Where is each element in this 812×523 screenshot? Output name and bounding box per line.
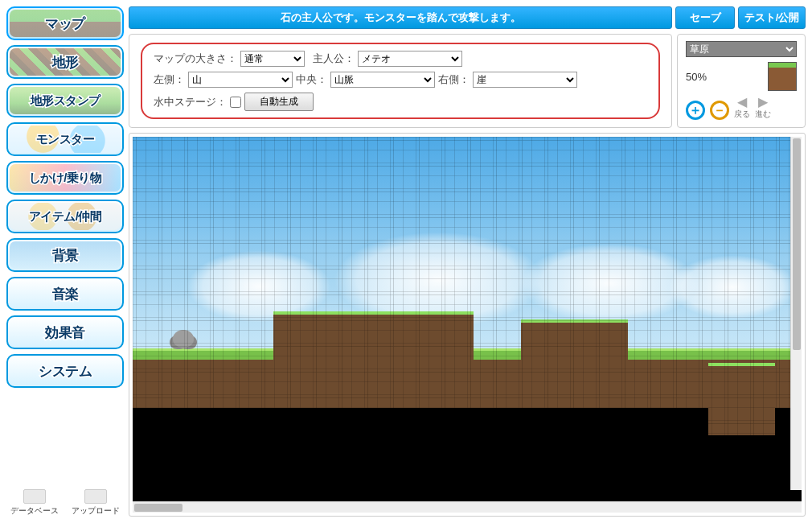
canvas-wrap [129,133,806,517]
sidebar-item-item[interactable]: アイテム/仲間 [6,200,124,233]
right-select[interactable]: 崖 [473,72,577,88]
config-highlight: マップの大きさ： 通常 主人公： メテオ 左側： 山 [141,43,660,119]
sidebar-item-label: 音楽 [52,285,79,303]
arrow-right-icon: ▶ [758,96,768,109]
hero-label: 主人公： [313,51,355,66]
tileset-select[interactable]: 草原 [686,41,797,57]
sidebar-item-label: システム [39,362,92,381]
vertical-scrollbar[interactable] [790,137,802,490]
config-panel: マップの大きさ： 通常 主人公： メテオ 左側： 山 [129,34,672,128]
redo-button[interactable]: ▶ 進む [755,96,771,120]
info-message: 石の主人公です。モンスターを踏んで攻撃します。 [129,6,672,29]
database-button[interactable]: データベース [6,489,63,517]
scroll-thumb[interactable] [134,504,182,512]
terrain-hill [521,319,628,376]
sidebar: マップ 地形 地形スタンプ モンスター しかけ/乗り物 アイテム/仲間 背景 音… [0,0,129,523]
left-select[interactable]: 山 [188,72,293,88]
config-line-3: 水中ステージ： 自動生成 [154,93,647,111]
map-canvas[interactable] [133,137,802,501]
upload-button[interactable]: アップロード [68,489,124,517]
upload-icon [84,489,107,504]
main: 石の主人公です。モンスターを踏んで攻撃します。 セーブ テスト/公開 マップの大… [129,0,812,523]
sidebar-item-monster[interactable]: モンスター [6,122,124,156]
sidebar-item-music[interactable]: 音楽 [6,277,124,311]
book-icon [23,489,46,504]
horizontal-scrollbar[interactable] [133,501,802,513]
sidebar-item-gimmick[interactable]: しかけ/乗り物 [6,161,124,195]
hero-select[interactable]: メテオ [358,51,462,67]
sidebar-item-label: 地形スタンプ [31,93,100,109]
zoom-in-icon[interactable]: ＋ [686,101,705,120]
terrain-cliff [708,363,775,435]
sidebar-item-terrain[interactable]: 地形 [6,45,124,79]
label: セーブ [690,10,721,25]
terrain-hill [273,311,474,376]
map-size-label: マップの大きさ： [154,51,237,66]
sidebar-item-map[interactable]: マップ [6,6,124,40]
sidebar-item-bg[interactable]: 背景 [6,238,124,272]
sidebar-item-stamp[interactable]: 地形スタンプ [6,84,124,117]
sidebar-item-label: アイテム/仲間 [29,209,102,224]
label: データベース [10,505,59,517]
player-sprite [173,330,194,348]
sidebar-item-label: 背景 [52,246,79,265]
test-publish-button[interactable]: テスト/公開 [738,6,806,29]
map-size-select[interactable]: 通常 [240,51,305,67]
center-select[interactable]: 山脈 [330,72,435,88]
cloud [668,255,797,319]
left-label: 左側： [154,72,185,87]
app-root: マップ 地形 地形スタンプ モンスター しかけ/乗り物 アイテム/仲間 背景 音… [0,0,812,523]
tools-icons: ＋ － ◀ 戻る ▶ 進む [686,96,797,120]
sidebar-item-label: マップ [45,14,85,33]
topbar: 石の主人公です。モンスターを踏んで攻撃します。 セーブ テスト/公開 [129,6,806,29]
underwater-label: 水中ステージ： [154,95,227,109]
config-line-2: 左側： 山 中央： 山脈 右側： 崖 [154,72,647,88]
right-label: 右側： [438,72,470,87]
info-message-text: 石の主人公です。モンスターを踏んで攻撃します。 [281,10,521,25]
sidebar-item-label: しかけ/乗り物 [29,171,102,186]
sidebar-item-label: 地形 [52,53,79,72]
tile-preview [768,62,797,91]
label: 進む [755,109,771,120]
underwater-checkbox[interactable] [230,97,241,108]
center-label: 中央： [296,72,327,87]
right-tools: 草原 50% ＋ － ◀ 戻る ▶ 進む [677,34,806,128]
label: 戻る [734,109,750,120]
scroll-thumb[interactable] [793,138,801,350]
sidebar-bottom: データベース アップロード [6,486,124,523]
autogen-button[interactable]: 自動生成 [244,93,314,111]
undo-button[interactable]: ◀ 戻る [734,96,750,120]
label: 自動生成 [260,96,298,107]
tools-mid: 50% [686,62,797,91]
zoom-text: 50% [686,71,707,83]
sidebar-item-system[interactable]: システム [6,354,124,388]
label: アップロード [72,505,120,517]
config-row: マップの大きさ： 通常 主人公： メテオ 左側： 山 [129,34,806,128]
sidebar-item-label: モンスター [36,132,95,147]
sidebar-item-label: 効果音 [45,323,85,342]
save-button[interactable]: セーブ [675,6,735,29]
config-line-1: マップの大きさ： 通常 主人公： メテオ [154,51,647,67]
label: テスト/公開 [744,10,800,25]
zoom-out-icon[interactable]: － [710,101,729,120]
sidebar-item-sfx[interactable]: 効果音 [6,315,124,349]
arrow-left-icon: ◀ [737,96,747,109]
